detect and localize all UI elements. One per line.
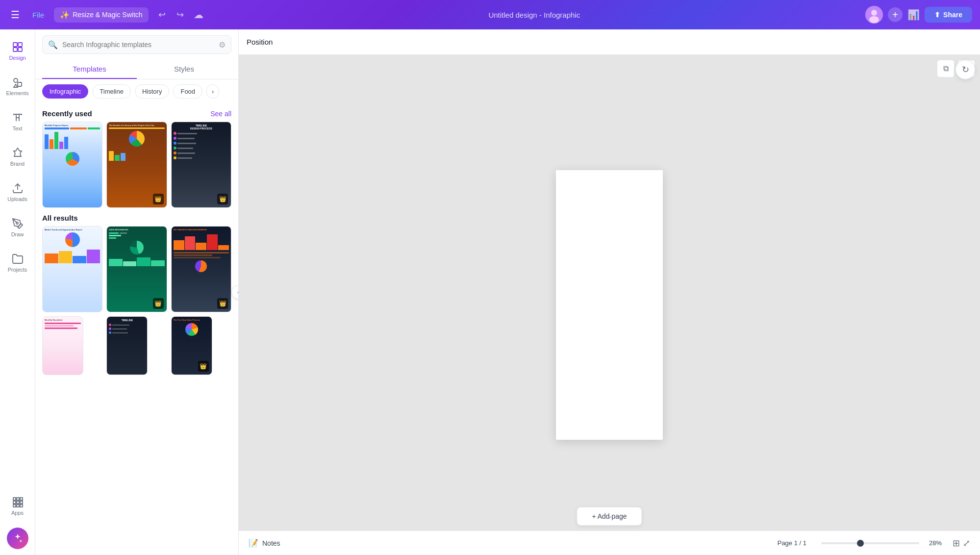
canvas-document[interactable]: [556, 170, 663, 440]
undo-button[interactable]: ↩: [154, 7, 170, 22]
share-label: Share: [943, 11, 962, 19]
zoom-track[interactable]: [821, 542, 919, 544]
recently-used-title: Recently used: [42, 109, 92, 118]
all-results-title: All results: [42, 214, 78, 222]
template-card-all-5[interactable]: TIMELINE: [106, 316, 148, 375]
sidebar: Design Elements Text Brand Uploads Draw …: [0, 29, 35, 555]
svg-rect-5: [13, 48, 17, 51]
sidebar-bottom: Apps: [0, 488, 35, 555]
topbar: ☰ File ✨ Resize & Magic Switch ↩ ↪ ☁ Unt…: [0, 0, 980, 29]
premium-crown-all-2: 👑: [153, 298, 164, 309]
file-button[interactable]: File: [28, 9, 48, 21]
sidebar-draw-label: Draw: [11, 231, 24, 237]
sidebar-item-design[interactable]: Design: [0, 33, 35, 69]
notes-button[interactable]: Notes: [262, 539, 280, 547]
topbar-right: + 📊 ⬆ Share: [865, 6, 972, 24]
search-input-wrap: 🔍 ⚙: [42, 35, 231, 54]
chip-infographic[interactable]: Infographic: [42, 84, 88, 99]
premium-crown-2: 👑: [153, 194, 164, 204]
svg-rect-20: [20, 505, 23, 507]
all-results-grid: Market Trends and Opportunities Report: [42, 226, 231, 375]
document-title: Untitled design - Infographic: [488, 11, 580, 19]
canvas-bottom: 📝 Notes Page 1 / 1 28% ⊞ ⤢: [239, 530, 980, 555]
main-layout: Design Elements Text Brand Uploads Draw …: [0, 29, 980, 555]
sidebar-apps-label: Apps: [11, 510, 24, 516]
recently-used-grid: Monthly Progress Report: [42, 122, 231, 208]
premium-crown-3: 👑: [217, 194, 228, 204]
sidebar-uploads-label: Uploads: [7, 196, 27, 202]
sidebar-item-uploads[interactable]: Uploads: [0, 175, 35, 210]
grid-view-button[interactable]: ⊞: [953, 538, 960, 549]
sidebar-brand-label: Brand: [10, 161, 25, 167]
template-card-all-4[interactable]: Monthly Newsletter: [42, 316, 83, 375]
copy-button[interactable]: ⧉: [937, 60, 955, 77]
position-label: Position: [247, 38, 273, 46]
share-button[interactable]: ⬆ Share: [925, 7, 972, 23]
panel-scroll: Recently used See all Monthly Progress R…: [35, 103, 238, 555]
sidebar-item-text[interactable]: Text: [0, 104, 35, 139]
svg-rect-4: [18, 43, 22, 47]
sidebar-projects-label: Projects: [8, 267, 27, 273]
zoom-controls: Page 1 / 1 28% ⊞ ⤢: [778, 538, 970, 549]
resize-magic-switch-button[interactable]: ✨ Resize & Magic Switch: [54, 7, 148, 23]
avatar[interactable]: [865, 6, 883, 24]
search-input[interactable]: [42, 35, 231, 54]
notes-icon: 📝: [249, 538, 258, 548]
sidebar-item-brand[interactable]: Brand: [0, 139, 35, 175]
analytics-button[interactable]: 📊: [907, 9, 920, 21]
canvas-area: Position ⧉ ⬆ ↻ + Add page ⌄ 📝 Notes: [239, 29, 980, 555]
topbar-center: Untitled design - Infographic: [209, 11, 860, 19]
svg-rect-16: [17, 501, 19, 504]
sidebar-elements-label: Elements: [6, 90, 29, 96]
sidebar-item-apps[interactable]: Apps: [0, 488, 35, 524]
save-cloud-button[interactable]: ☁: [194, 9, 203, 21]
sidebar-item-projects[interactable]: Projects: [0, 245, 35, 280]
view-buttons: ⊞ ⤢: [953, 538, 970, 549]
template-card-all-1[interactable]: Market Trends and Opportunities Report: [42, 226, 102, 312]
canvas-body: ⧉ ⬆ ↻ + Add page ⌄: [239, 55, 980, 555]
all-results-header: All results: [42, 208, 231, 226]
sidebar-item-elements[interactable]: Elements: [0, 69, 35, 104]
premium-crown-all-3: 👑: [217, 298, 228, 309]
zoom-label: 28%: [924, 539, 942, 547]
svg-rect-13: [17, 498, 19, 500]
template-card-all-2[interactable]: DATA INFOGRAPHIC: [106, 226, 167, 312]
template-card-recent-2[interactable]: The Results of a Survey of the People of…: [106, 122, 167, 208]
filter-icon[interactable]: ⚙: [219, 40, 226, 50]
svg-rect-12: [13, 498, 16, 500]
sidebar-text-label: Text: [12, 126, 22, 131]
menu-icon[interactable]: ☰: [8, 6, 23, 24]
redo-button[interactable]: ↪: [173, 7, 188, 22]
fullscreen-button[interactable]: ⤢: [963, 538, 970, 549]
template-card-recent-3[interactable]: TIMELINEDESIGN PROCESS 👑: [171, 122, 231, 208]
canvas-toolbar: Position: [239, 29, 980, 55]
svg-rect-18: [13, 505, 16, 507]
template-card-all-3[interactable]: KEY INSIGHTS DATA INFOGRAPHIC: [171, 226, 231, 312]
ai-assistant-button[interactable]: [7, 528, 28, 549]
svg-point-1: [871, 10, 877, 16]
svg-point-11: [16, 222, 18, 224]
notes-area: 📝 Notes: [249, 538, 280, 548]
panel-tabs: Templates Styles: [35, 60, 238, 79]
undo-redo-group: ↩ ↪: [154, 7, 188, 22]
svg-marker-9: [14, 84, 18, 87]
resize-label: Resize & Magic Switch: [73, 11, 142, 19]
chip-timeline[interactable]: Timeline: [92, 84, 131, 99]
template-card-recent-1[interactable]: Monthly Progress Report: [42, 122, 102, 208]
add-collaborator-button[interactable]: +: [888, 7, 903, 22]
page-indicator: Page 1 / 1: [778, 539, 806, 547]
svg-rect-17: [20, 501, 23, 504]
zoom-thumb[interactable]: [857, 540, 864, 547]
sidebar-item-draw[interactable]: Draw: [0, 210, 35, 245]
template-card-all-6[interactable]: The Five Step Sales Process 👑: [171, 316, 212, 375]
show-notes-chevron[interactable]: ⌄: [606, 510, 613, 521]
refresh-button[interactable]: ↻: [955, 60, 975, 79]
chip-more[interactable]: ›: [206, 84, 219, 99]
see-all-button[interactable]: See all: [210, 110, 231, 118]
tab-styles[interactable]: Styles: [137, 60, 231, 79]
search-icon: 🔍: [48, 40, 58, 50]
chip-history[interactable]: History: [135, 84, 169, 99]
chip-food[interactable]: Food: [173, 84, 202, 99]
premium-crown-all-6: 👑: [198, 361, 209, 372]
tab-templates[interactable]: Templates: [42, 60, 137, 79]
